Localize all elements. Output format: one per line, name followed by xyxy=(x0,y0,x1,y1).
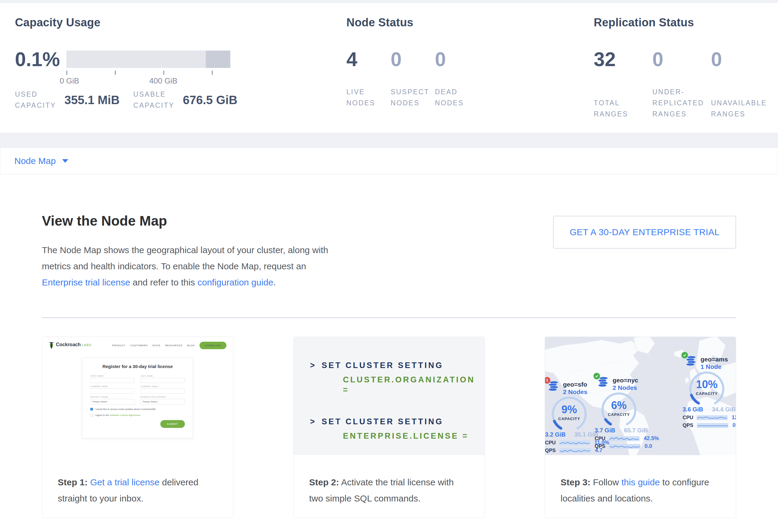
node-status-section: Node Status 4 0 0 LIVE NODES SUSPECT NOD… xyxy=(346,16,479,108)
intro-text: The Node Map shows the geographical layo… xyxy=(42,245,328,271)
axis-tick xyxy=(66,71,67,75)
unavailable-ranges-label: UNAVAILABLE RANGES xyxy=(711,97,770,120)
total-ranges-count: 32 xyxy=(594,46,652,73)
form-title: Register for a 30-day trial license xyxy=(90,364,185,369)
capacity-label: CAPACITY xyxy=(597,412,641,417)
ok-badge-icon xyxy=(594,373,600,379)
dead-nodes-label: DEAD NODES xyxy=(435,86,479,108)
cpu-label: CPU xyxy=(595,436,609,442)
step2-code-image: >SET CLUSTER SETTING CLUSTER.ORGANIZATIO… xyxy=(294,337,484,455)
get-enterprise-trial-button[interactable]: GET A 30-DAY ENTERPRISE TRIAL xyxy=(553,216,736,249)
cpu-label: CPU xyxy=(545,440,559,446)
qps-sparkline xyxy=(697,423,728,428)
node-map-selector[interactable]: Node Map xyxy=(14,156,56,166)
cpu-value: 12.3% xyxy=(732,414,736,421)
locality-node-count: 2 Nodes xyxy=(563,388,588,395)
locality-name: geo=nyc xyxy=(613,376,638,384)
capacity-percent: 6% xyxy=(597,399,641,412)
reason-for-interest-label: REASON FOR INTEREST xyxy=(141,396,185,398)
used-capacity-label: USED CAPACITY xyxy=(15,89,56,111)
mini-site-nav: PRODUCT CUSTOMERS DOCS RESOURCES BLOG DO… xyxy=(107,342,227,349)
capacity-label: CAPACITY xyxy=(547,416,592,421)
axis-tick xyxy=(212,71,213,75)
cpu-sparkline xyxy=(609,436,639,441)
sql-command-arg: ENTERPRISE.LICENSE = xyxy=(343,431,484,441)
sql-command-line: >SET CLUSTER SETTING xyxy=(310,416,484,427)
total-ranges-label: TOTAL RANGES xyxy=(594,97,652,120)
company-email-field xyxy=(141,388,185,393)
cpu-value: 42.5% xyxy=(644,435,659,442)
capacity-gauge: 6% CAPACITY xyxy=(597,392,641,427)
step1-preview-image: Cockroach LABS PRODUCT CUSTOMERS DOCS RE… xyxy=(42,337,233,455)
sql-command-line: >SET CLUSTER SETTING xyxy=(310,360,484,370)
capacity-gauge: 10% CAPACITY xyxy=(684,371,729,405)
email-updates-checkbox-label: I would like to receive email updates ab… xyxy=(95,408,156,410)
usable-capacity-label: USABLE CAPACITY xyxy=(134,89,174,111)
configuration-guide-link[interactable]: configuration guide xyxy=(198,277,274,287)
trial-registration-form: Register for a 30-day trial license FIRS… xyxy=(82,358,193,438)
section-divider xyxy=(42,317,736,318)
this-guide-link[interactable]: this guide xyxy=(621,477,659,487)
total-capacity: 34.4 GiB xyxy=(712,406,736,413)
ok-badge-icon xyxy=(681,352,688,359)
capacity-axis: 0 GiB 400 GiB xyxy=(66,68,230,80)
capacity-bar: 0 GiB 400 GiB xyxy=(66,51,230,80)
intro-paragraph: The Node Map shows the geographical layo… xyxy=(42,242,330,291)
qps-value: 0.0 xyxy=(732,422,736,429)
get-trial-license-link[interactable]: Get a trial license xyxy=(90,477,159,487)
cpu-sparkline xyxy=(559,441,590,445)
capacity-gauge: 9% CAPACITY xyxy=(547,396,592,431)
company-email-label: COMPANY EMAIL xyxy=(141,385,185,387)
total-capacity: 65.7 GiB xyxy=(624,427,648,434)
last-name-field xyxy=(141,378,185,383)
cockroach-labs-logo: Cockroach LABS xyxy=(49,342,91,349)
view-selector-bar: Node Map xyxy=(0,148,778,174)
project-phase-select: Please Select xyxy=(90,399,135,404)
locality-name: geo=ams xyxy=(701,356,728,363)
cockroach-icon xyxy=(49,342,54,349)
locality-name: geo=sfo xyxy=(563,381,588,388)
usable-capacity-value: 676.5 GiB xyxy=(183,93,237,107)
capacity-usage-title: Capacity Usage xyxy=(15,16,251,29)
capacity-label: CAPACITY xyxy=(684,391,729,396)
qps-label: QPS xyxy=(545,448,559,454)
node-map-preview-image: 1 geo=sfo xyxy=(545,337,736,455)
cpu-label: CPU xyxy=(683,415,697,421)
first-name-label: FIRST NAME xyxy=(90,375,135,377)
unavailable-ranges-count: 0 xyxy=(711,46,770,73)
axis-tick xyxy=(163,71,164,75)
used-capacity: 3.2 GiB xyxy=(545,431,566,438)
submit-button: SUBMIT xyxy=(160,420,185,428)
step2-caption: Step 2: Activate the trial license with … xyxy=(294,455,484,507)
capacity-percent: 9% xyxy=(547,403,592,416)
step2-card: >SET CLUSTER SETTING CLUSTER.ORGANIZATIO… xyxy=(294,336,485,518)
used-capacity: 3.6 GiB xyxy=(683,406,703,413)
under-replicated-ranges-label: UNDER- REPLICATED RANGES xyxy=(652,86,711,120)
locality-marker-nyc: geo=nyc 2 Nodes 6% CAPACITY 3.7 GiB xyxy=(595,376,659,449)
last-name-label: LAST NAME xyxy=(141,375,185,377)
capacity-bar-reserved-segment xyxy=(206,51,230,68)
company-name-field xyxy=(90,388,135,393)
axis-tick-label: 400 GiB xyxy=(149,76,177,86)
enterprise-trial-license-link[interactable]: Enterprise trial license xyxy=(42,277,130,287)
page-title: View the Node Map xyxy=(42,213,344,229)
step3-caption: Step 3: Follow this guide to configure l… xyxy=(545,455,736,507)
download-button: DOWNLOAD xyxy=(200,342,226,349)
under-replicated-ranges-count: 0 xyxy=(652,46,711,73)
nav-product: PRODUCT xyxy=(112,344,126,347)
sql-command-arg: CLUSTER.ORGANIZATION = xyxy=(343,375,484,395)
cluster-summary-panel: Capacity Usage 0.1% 0 GiB 400 GiB xyxy=(0,2,778,133)
locality-marker-ams: geo=ams 1 Node 10% CAPACITY 3.6 GiB xyxy=(683,356,736,429)
qps-label: QPS xyxy=(595,443,609,449)
qps-sparkline xyxy=(559,448,591,453)
used-capacity: 3.7 GiB xyxy=(595,427,615,434)
brand-name: Cockroach xyxy=(56,342,81,348)
node-status-title: Node Status xyxy=(346,16,479,29)
capacity-used-percent: 0.1% xyxy=(15,46,66,80)
step1-caption: Step 1: Get a trial license delivered st… xyxy=(42,455,233,507)
suspect-nodes-count: 0 xyxy=(391,46,435,73)
capacity-percent: 10% xyxy=(684,378,729,391)
chevron-down-icon[interactable] xyxy=(62,159,68,163)
brand-suffix: LABS xyxy=(82,343,91,347)
nav-customers: CUSTOMERS xyxy=(131,344,148,347)
